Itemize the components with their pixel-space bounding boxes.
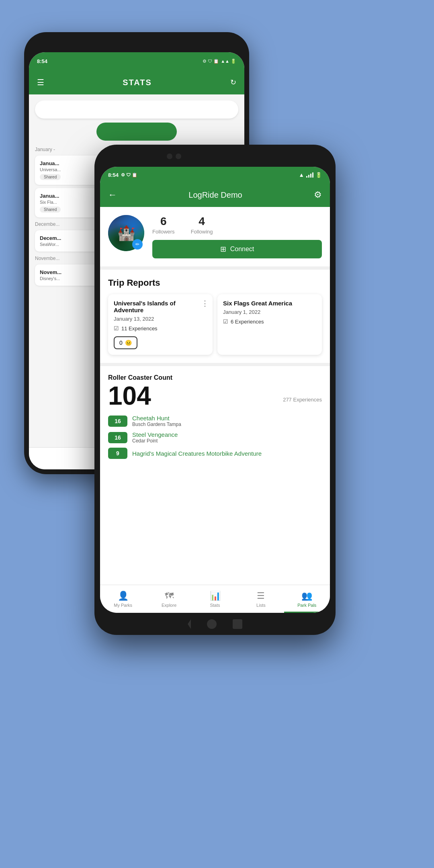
back-notch [113,39,161,48]
trip-card-2[interactable]: Six Flags Great America January 1, 2022 … [217,294,322,355]
stats-row: 6 Followers 4 Following [152,215,322,235]
screen-scroll: 🏰 ✏ 6 Followers 4 Following [100,207,330,585]
status-bar: 8:54 ⚙ 🛡 📋 ▲ 🔋 [100,167,330,183]
emoji-face: 😐 [125,340,132,346]
coaster-info-3: Hagrid's Magical Creatures Motorbike Adv… [132,450,322,457]
back-header-title: STATS [123,78,152,87]
park-pals-icon: 👥 [301,591,312,601]
coaster-name-3: Hagrid's Magical Creatures Motorbike Adv… [132,450,322,457]
coaster-count-row: 104 277 Experiences [108,383,322,409]
camera-dot-1 [167,154,172,159]
divider-1 [100,266,330,270]
nav-stats[interactable]: 📊 Stats [192,591,238,608]
check-icon-2: ☑ [223,318,228,325]
front-cameras [167,154,181,159]
trip-card-1-experiences: ☑ 11 Experiences [114,325,207,332]
trip-card-1-title: Universal's Islands of Adventure [114,300,207,313]
check-icon-1: ☑ [114,325,119,332]
app-header: ← LogRide Demo ⚙ [100,183,330,207]
active-underline [284,612,330,613]
nav-my-parks[interactable]: 👤 My Parks [100,591,146,608]
status-icons: ⚙ 🛡 📋 [121,172,137,178]
back-nav-btn[interactable] [188,619,191,629]
phone-bottom-bar [188,619,242,629]
back-green-bar [96,123,177,141]
trip-card-1-menu[interactable]: ⋮ [201,299,209,308]
trip-card-2-title: Six Flags Great America [223,300,316,307]
trip-reports-title: Trip Reports [108,278,322,288]
nav-lists[interactable]: ☰ Lists [238,591,284,608]
nav-explore[interactable]: 🗺 Explore [146,591,192,608]
trip-card-2-experiences: ☑ 6 Experiences [223,318,316,325]
signal-bars [306,172,313,178]
following-label: Following [191,229,213,235]
my-parks-icon: 👤 [118,591,129,601]
emoji-badge: 0 😐 [114,336,137,349]
connect-label: Connect [230,246,254,253]
qr-icon: ⊞ [220,245,226,254]
trip-reports-section: Trip Reports ⋮ Universal's Islands of Ad… [100,270,330,363]
signal-bar-2 [308,175,309,178]
park-pals-label: Park Pals [297,603,316,608]
signal-bar-1 [306,176,307,178]
lists-icon: ☰ [257,591,265,601]
camera-dot-2 [176,154,181,159]
lists-label: Lists [256,603,266,608]
coaster-item-3: 9 Hagrid's Magical Creatures Motorbike A… [108,448,322,459]
avatar-edit-button[interactable]: ✏ [132,239,143,250]
connect-button[interactable]: ⊞ Connect [152,240,322,258]
coaster-info-1: Cheetah Hunt Busch Gardens Tampa [132,415,322,427]
page-title: LogRide Demo [188,190,242,200]
recents-nav-btn[interactable] [233,619,242,629]
trip-card-1-date: January 13, 2022 [114,316,207,322]
coaster-experiences-count: 277 Experiences [283,397,322,403]
explore-label: Explore [162,603,176,608]
wifi-icon: ▲ [299,172,304,178]
status-right: ▲ 🔋 [299,172,322,178]
trip-card-1-exp-count: 11 Experiences [121,326,158,332]
explore-icon: 🗺 [165,591,174,601]
front-phone: 8:54 ⚙ 🛡 📋 ▲ 🔋 ← LogRide Demo ⚙ [94,145,336,635]
coaster-count-number: 104 [108,383,151,409]
coaster-count-section: Roller Coaster Count 104 277 Experiences… [100,366,330,471]
back-search [35,100,238,119]
signal-bar-3 [310,174,311,178]
followers-count: 6 [152,215,175,228]
following-stat: 4 Following [191,215,213,235]
front-notch [189,152,241,162]
coaster-count-badge-1: 16 [108,416,127,427]
coaster-item-1: 16 Cheetah Hunt Busch Gardens Tampa [108,415,322,427]
back-button[interactable]: ← [108,190,117,200]
following-count: 4 [191,215,213,228]
bottom-nav: 👤 My Parks 🗺 Explore 📊 Stats ☰ Lists 👥 P… [100,585,330,613]
trip-card-2-date: January 1, 2022 [223,309,316,315]
back-app-header: ☰ STATS ↻ [29,70,244,94]
coaster-park-2: Cedar Point [132,438,322,444]
nav-park-pals[interactable]: 👥 Park Pals [284,591,330,608]
followers-stat: 6 Followers [152,215,175,235]
profile-section: 🏰 ✏ 6 Followers 4 Following [100,207,330,266]
divider-2 [100,363,330,366]
coaster-list: 16 Cheetah Hunt Busch Gardens Tampa 16 S… [108,415,322,459]
status-time: 8:54 [108,172,119,178]
coaster-count-badge-2: 16 [108,432,127,443]
status-left: 8:54 ⚙ 🛡 📋 [108,172,137,178]
settings-button[interactable]: ⚙ [314,190,322,200]
coaster-item-2: 16 Steel Vengeance Cedar Point [108,431,322,444]
stats-label: Stats [210,603,220,608]
trip-card-2-exp-count: 6 Experiences [231,319,264,325]
coaster-park-1: Busch Gardens Tampa [132,422,322,427]
trip-cards-row: ⋮ Universal's Islands of Adventure Janua… [108,294,322,355]
stats-icon: 📊 [210,591,221,601]
signal-bar-4 [312,172,313,178]
home-nav-btn[interactable] [207,619,217,629]
coaster-count-badge-3: 9 [108,448,127,459]
profile-stats: 6 Followers 4 Following ⊞ Connect [152,215,322,258]
followers-label: Followers [152,229,175,235]
front-screen: 8:54 ⚙ 🛡 📋 ▲ 🔋 ← LogRide Demo ⚙ [100,167,330,613]
trip-card-1[interactable]: ⋮ Universal's Islands of Adventure Janua… [108,294,213,355]
back-status-time: 8:54 [37,58,47,64]
avatar-container: 🏰 ✏ [108,215,144,251]
coaster-info-2: Steel Vengeance Cedar Point [132,431,322,444]
back-shared-badge-1: Shared [40,174,61,180]
